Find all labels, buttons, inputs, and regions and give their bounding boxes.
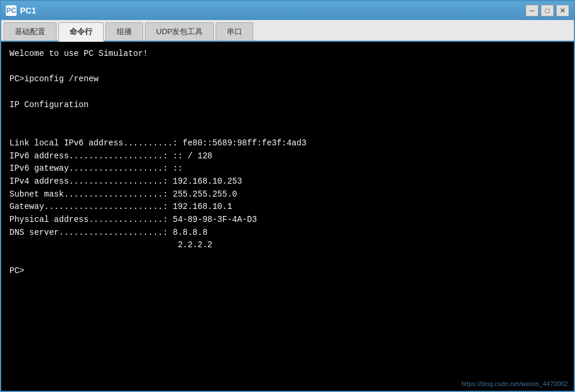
watermark: https://blog.csdn.net/weixin_4470002 bbox=[461, 380, 568, 387]
maximize-button[interactable]: □ bbox=[541, 5, 554, 16]
window-controls: ─ □ ✕ bbox=[526, 5, 569, 16]
main-window: PC PC1 ─ □ ✕ 基础配置 命令行 组播 UDP发包工具 串口 Welc… bbox=[0, 0, 575, 392]
tab-udp-tool[interactable]: UDP发包工具 bbox=[145, 22, 214, 41]
tab-command-line[interactable]: 命令行 bbox=[58, 22, 104, 42]
terminal-output: Welcome to use PC Simulator! PC>ipconfig… bbox=[9, 48, 566, 277]
minimize-button[interactable]: ─ bbox=[526, 5, 538, 16]
window-icon: PC bbox=[6, 5, 16, 16]
tab-bar: 基础配置 命令行 组播 UDP发包工具 串口 bbox=[1, 20, 574, 42]
terminal-area[interactable]: Welcome to use PC Simulator! PC>ipconfig… bbox=[1, 42, 574, 391]
tab-serial[interactable]: 串口 bbox=[216, 22, 253, 41]
close-button[interactable]: ✕ bbox=[556, 5, 569, 16]
tab-multicast[interactable]: 组播 bbox=[105, 22, 143, 41]
window-title: PC1 bbox=[20, 6, 526, 15]
tab-basic-config[interactable]: 基础配置 bbox=[4, 22, 57, 41]
title-bar: PC PC1 ─ □ ✕ bbox=[1, 1, 574, 20]
